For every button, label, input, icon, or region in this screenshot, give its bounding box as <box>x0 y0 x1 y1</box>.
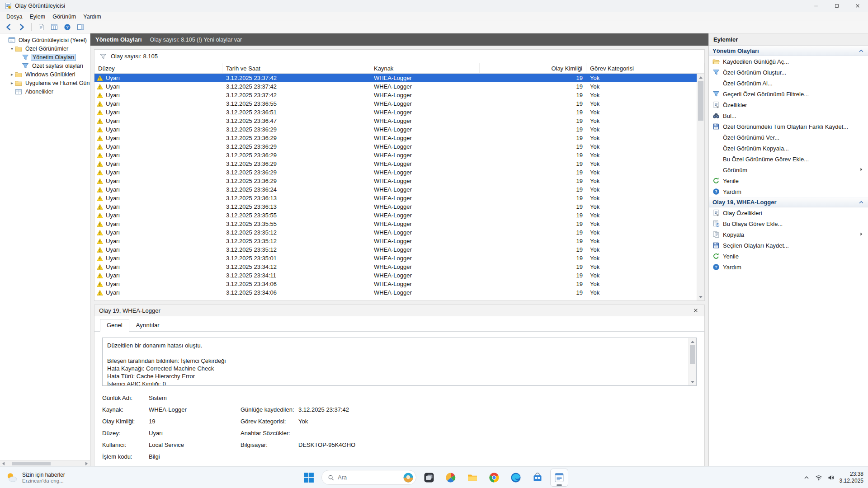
action-item[interactable]: Kaydedilen Günlüğü Aç... <box>709 56 868 67</box>
taskbar-search[interactable] <box>321 470 416 485</box>
action-item[interactable]: Seçilen Olayları Kaydet... <box>709 240 868 251</box>
action-item[interactable]: Olay Özellikleri <box>709 207 868 218</box>
action-item[interactable]: Yenile <box>709 251 868 262</box>
taskbar-app-edge[interactable] <box>507 469 525 487</box>
tree-item-1[interactable]: ▾Özel Görünümler <box>0 44 90 53</box>
column-header-4[interactable]: Görev Kategorisi <box>586 63 704 73</box>
scroll-down-icon[interactable] <box>697 293 704 300</box>
action-item[interactable]: Kopyala <box>709 229 868 240</box>
list-vertical-scrollbar[interactable] <box>697 74 704 300</box>
event-row-22[interactable]: Uyarı3.12.2025 23:34:12WHEA-Logger19Yok <box>94 263 697 271</box>
tree-expander-icon[interactable]: ▸ <box>9 72 15 77</box>
tab-ayrıntılar[interactable]: Ayrıntılar <box>129 319 166 332</box>
taskbar-clock[interactable]: 23:38 3.12.2025 <box>840 471 863 484</box>
action-item[interactable]: Özel Görünümü Ver... <box>709 132 868 143</box>
volume-icon[interactable] <box>827 474 835 481</box>
event-row-24[interactable]: Uyarı3.12.2025 23:34:06WHEA-Logger19Yok <box>94 280 697 288</box>
event-row-5[interactable]: Uyarı3.12.2025 23:36:47WHEA-Logger19Yok <box>94 117 697 125</box>
event-row-3[interactable]: Uyarı3.12.2025 23:36:55WHEA-Logger19Yok <box>94 99 697 108</box>
scroll-track[interactable] <box>689 345 696 378</box>
tree-item-0[interactable]: Olay Görüntüleyicisi (Yerel) <box>0 36 90 44</box>
action-item[interactable]: ?Yardım <box>709 186 868 197</box>
tray-chevron-up-icon[interactable] <box>803 474 810 481</box>
scroll-left-icon[interactable] <box>2 462 5 465</box>
action-item[interactable]: Görünüm <box>709 164 868 175</box>
action-item[interactable]: Özel Görünümdeki Tüm Olayları Farklı Kay… <box>709 121 868 132</box>
action-item[interactable]: Yenile <box>709 175 868 186</box>
news-widget[interactable]: Sizin için haberler Erzincan'da eng... <box>0 467 71 488</box>
toolbar-button-help[interactable]: ? <box>61 22 73 33</box>
action-item[interactable]: Bu Özel Görünüme Görev Ekle... <box>709 154 868 164</box>
event-row-10[interactable]: Uyarı3.12.2025 23:36:29WHEA-Logger19Yok <box>94 160 697 168</box>
taskbar-app-pinwheel-app[interactable] <box>442 469 460 487</box>
event-row-14[interactable]: Uyarı3.12.2025 23:36:13WHEA-Logger19Yok <box>94 194 697 202</box>
event-row-1[interactable]: Uyarı3.12.2025 23:37:42WHEA-Logger19Yok <box>94 82 697 91</box>
tree-item-5[interactable]: ▸Uygulama ve Hizmet Günlük... <box>0 79 90 87</box>
action-item[interactable]: Özel Görünüm Kopyala... <box>709 143 868 154</box>
action-item[interactable]: Özel Görünüm Al... <box>709 78 868 89</box>
action-section-header-1[interactable]: Olay 19, WHEA-Logger <box>709 197 868 207</box>
action-item[interactable]: Özellikler <box>709 99 868 110</box>
event-row-21[interactable]: Uyarı3.12.2025 23:35:01WHEA-Logger19Yok <box>94 254 697 263</box>
scroll-thumb[interactable] <box>12 462 51 465</box>
event-row-11[interactable]: Uyarı3.12.2025 23:36:29WHEA-Logger19Yok <box>94 168 697 177</box>
menu-dosya[interactable]: Dosya <box>3 14 26 20</box>
action-item[interactable]: ?Yardım <box>709 262 868 272</box>
action-section-header-0[interactable]: Yönetim Olayları <box>709 46 868 56</box>
event-row-0[interactable]: Uyarı3.12.2025 23:37:42WHEA-Logger19Yok <box>94 74 697 82</box>
scroll-right-icon[interactable] <box>85 462 88 465</box>
event-row-12[interactable]: Uyarı3.12.2025 23:36:29WHEA-Logger19Yok <box>94 177 697 185</box>
tree-item-4[interactable]: ▸Windows Günlükleri <box>0 70 90 79</box>
tab-genel[interactable]: Genel <box>100 319 129 332</box>
taskbar-app-event-viewer[interactable] <box>550 469 568 487</box>
column-header-0[interactable]: Düzey <box>94 63 222 73</box>
taskbar-app-taskview-app[interactable] <box>420 469 438 487</box>
maximize-button[interactable] <box>826 0 847 12</box>
tree-horizontal-scrollbar[interactable] <box>0 460 90 466</box>
menu-görünüm[interactable]: Görünüm <box>49 14 80 20</box>
wifi-icon[interactable] <box>815 474 822 481</box>
tree-item-2[interactable]: Yönetim Olayları <box>0 53 90 61</box>
menu-eylem[interactable]: Eylem <box>26 14 49 20</box>
event-row-15[interactable]: Uyarı3.12.2025 23:36:13WHEA-Logger19Yok <box>94 202 697 211</box>
description-scrollbar[interactable] <box>689 338 696 385</box>
event-row-18[interactable]: Uyarı3.12.2025 23:35:12WHEA-Logger19Yok <box>94 228 697 237</box>
event-row-6[interactable]: Uyarı3.12.2025 23:36:29WHEA-Logger19Yok <box>94 125 697 134</box>
event-row-8[interactable]: Uyarı3.12.2025 23:36:29WHEA-Logger19Yok <box>94 142 697 151</box>
event-row-13[interactable]: Uyarı3.12.2025 23:36:24WHEA-Logger19Yok <box>94 185 697 194</box>
event-row-7[interactable]: Uyarı3.12.2025 23:36:29WHEA-Logger19Yok <box>94 134 697 142</box>
toolbar-button-table-view[interactable] <box>48 22 60 33</box>
close-button[interactable] <box>847 0 868 12</box>
event-row-19[interactable]: Uyarı3.12.2025 23:35:12WHEA-Logger19Yok <box>94 237 697 245</box>
scroll-track[interactable] <box>697 81 704 293</box>
action-item[interactable]: Geçerli Özel Görünümü Filtrele... <box>709 89 868 99</box>
scroll-thumb[interactable] <box>690 345 695 364</box>
taskbar-app-file-explorer[interactable] <box>463 469 481 487</box>
toolbar-button-log-doc[interactable] <box>35 22 47 33</box>
taskbar-app-chrome[interactable] <box>485 469 503 487</box>
column-header-2[interactable]: Kaynak <box>370 63 480 73</box>
minimize-button[interactable] <box>806 0 826 12</box>
tree-expander-icon[interactable]: ▸ <box>9 80 15 85</box>
event-row-4[interactable]: Uyarı3.12.2025 23:36:51WHEA-Logger19Yok <box>94 108 697 117</box>
action-item[interactable]: Bu Olaya Görev Ekle... <box>709 218 868 229</box>
tree-item-6[interactable]: Abonelikler <box>0 87 90 96</box>
event-row-25[interactable]: Uyarı3.12.2025 23:34:06WHEA-Logger19Yok <box>94 288 697 297</box>
tree-item-3[interactable]: Özet sayfası olayları <box>0 61 90 70</box>
tree-expander-icon[interactable]: ▾ <box>9 46 15 51</box>
search-highlight-icon[interactable] <box>403 472 414 483</box>
scroll-thumb[interactable] <box>698 81 703 121</box>
scroll-up-icon[interactable] <box>697 74 704 81</box>
start-button[interactable] <box>300 469 318 487</box>
toolbar-button-back-arrow[interactable] <box>3 22 14 33</box>
taskbar-app-store[interactable] <box>528 469 547 487</box>
column-header-3[interactable]: Olay Kimliği <box>480 63 586 73</box>
column-header-1[interactable]: Tarih ve Saat <box>222 63 370 73</box>
event-row-9[interactable]: Uyarı3.12.2025 23:36:29WHEA-Logger19Yok <box>94 151 697 160</box>
action-item[interactable]: Bul... <box>709 110 868 121</box>
event-row-23[interactable]: Uyarı3.12.2025 23:34:11WHEA-Logger19Yok <box>94 271 697 280</box>
event-row-2[interactable]: Uyarı3.12.2025 23:37:42WHEA-Logger19Yok <box>94 91 697 99</box>
scroll-up-icon[interactable] <box>689 338 696 345</box>
action-item[interactable]: Özel Görünüm Oluştur... <box>709 67 868 78</box>
menu-yardım[interactable]: Yardım <box>80 14 104 20</box>
